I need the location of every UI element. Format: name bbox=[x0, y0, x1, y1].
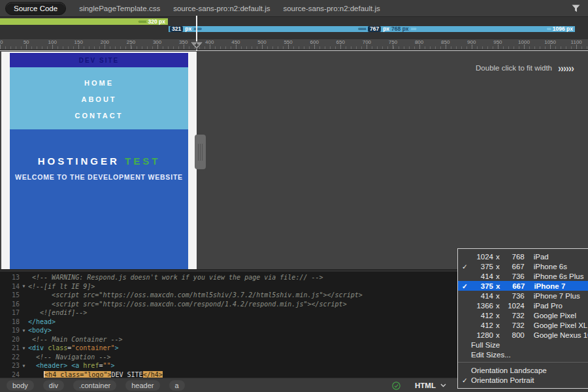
line-number: 19 bbox=[0, 327, 20, 334]
menu-item-iphone-6s-plus[interactable]: 414x736iPhone 6s Plus bbox=[458, 271, 588, 281]
menu-item-iphone-7-plus[interactable]: 414x736iPhone 7 Plus bbox=[458, 291, 588, 301]
menu-item-iphone-7[interactable]: ✓375x667iPhone 7 bbox=[458, 281, 588, 291]
device-size-menu: 1024x768iPad✓375x667iPhone 6s414x736iPho… bbox=[457, 248, 588, 389]
lint-ok-icon[interactable] bbox=[392, 382, 400, 390]
menu-item-x: x bbox=[496, 302, 500, 310]
ruler-tick-label: 400 bbox=[205, 40, 214, 45]
menu-item-x: x bbox=[496, 282, 500, 290]
menu-item-width: 1024 bbox=[471, 253, 493, 261]
menu-item-full-size[interactable]: Full Size bbox=[458, 340, 588, 350]
line-code: <!--[if lt IE 9]> bbox=[28, 283, 95, 290]
resize-handle[interactable] bbox=[195, 135, 206, 169]
line-number: 13 bbox=[0, 274, 20, 281]
site-nav: HOMEABOUTCONTACT bbox=[10, 67, 188, 129]
tab-file-source-sans-pro-n2-default-js[interactable]: source-sans-pro:n2:default.js bbox=[173, 5, 270, 12]
menu-item-width: 1280 bbox=[471, 331, 493, 339]
line-number: 20 bbox=[0, 336, 20, 343]
menu-item-orientation-landscape[interactable]: Orientation Landscape bbox=[458, 365, 588, 375]
ruler-tick-label: 700 bbox=[363, 40, 371, 45]
filter-icon[interactable] bbox=[570, 3, 581, 14]
menu-item-device-name: Google Pixel bbox=[534, 312, 576, 319]
breadcrumb-item-header[interactable]: header bbox=[125, 380, 159, 391]
menu-item-device-name: Google Pixel XL bbox=[534, 321, 587, 329]
menu-item-google-nexus-10[interactable]: 1280x800Google Nexus 10 bbox=[458, 330, 588, 340]
menu-item-height: 736 bbox=[502, 272, 525, 280]
menu-item-orientation-portrait[interactable]: ✓Orientation Portrait bbox=[458, 375, 588, 385]
line-code: <body> bbox=[28, 327, 52, 334]
menu-item-width: 414 bbox=[471, 272, 493, 280]
hero-title: HOSTINGER TEST bbox=[10, 155, 188, 167]
menu-item-device-name: iPhone 7 bbox=[534, 282, 565, 290]
menu-separator bbox=[458, 362, 588, 363]
menu-size-list: 1024x768iPad✓375x667iPhone 6s414x736iPho… bbox=[458, 252, 588, 359]
line-code: <script src="https://oss.maxcdn.com/html… bbox=[28, 291, 363, 299]
menu-item-ipad-pro[interactable]: 1366x1024iPad Pro bbox=[458, 301, 588, 310]
menu-orientation-list: Orientation Landscape✓Orientation Portra… bbox=[458, 365, 588, 385]
menu-item-ipad[interactable]: 1024x768iPad bbox=[458, 252, 588, 261]
ruler-tick-label: 850 bbox=[441, 40, 449, 45]
ruler-tick-label: 450 bbox=[231, 40, 240, 45]
breadcrumb-item-body[interactable]: body bbox=[7, 380, 34, 391]
statusbar-right: HTML bbox=[392, 378, 446, 392]
media-query-bar-blue[interactable]: 321 px ›››››› ‹‹‹‹‹‹ 767 px 768 px ›››› … bbox=[169, 26, 575, 32]
menu-item-width: 412 bbox=[471, 321, 493, 329]
line-code: <!-- WARNING: Respond.js doesn't work if… bbox=[28, 274, 323, 281]
blue-start-value: 321 bbox=[170, 26, 183, 32]
chevrons-left-icon: ‹‹‹ bbox=[547, 26, 551, 32]
ruler-tick-label: 0 bbox=[0, 40, 3, 45]
fold-arrow-icon[interactable]: ▼ bbox=[20, 346, 28, 351]
check-icon: ✓ bbox=[462, 282, 471, 290]
tab-source-code[interactable]: Source Code bbox=[5, 2, 66, 15]
site-nav-link-home[interactable]: HOME bbox=[84, 79, 114, 87]
menu-item-google-pixel[interactable]: 412x732Google Pixel bbox=[458, 310, 588, 320]
menu-item-x: x bbox=[496, 253, 500, 261]
size-bars: ‹‹‹‹‹‹ 320 px 321 px ›››››› ‹‹‹‹‹‹ 767 p… bbox=[0, 18, 588, 39]
fold-arrow-icon[interactable]: ▼ bbox=[20, 363, 28, 368]
line-number: 23 bbox=[0, 362, 20, 369]
breadcrumb-item-div[interactable]: div bbox=[43, 380, 64, 391]
line-number: 22 bbox=[0, 353, 20, 361]
ruler-tick-label: 900 bbox=[467, 40, 476, 45]
fit-width-hint: Double click to fit width ›››››› bbox=[476, 62, 574, 73]
menu-item-edit-sizes[interactable]: Edit Sizes... bbox=[458, 350, 588, 359]
blue-next-label: 768 px bbox=[391, 26, 408, 32]
chevrons-left-icon: ‹‹‹‹‹‹ bbox=[139, 19, 146, 25]
site-nav-link-about[interactable]: ABOUT bbox=[81, 95, 116, 103]
ruler-tick-label: 1000 bbox=[518, 40, 530, 45]
blue-mid-unit: px bbox=[383, 26, 389, 32]
line-code: </head> bbox=[28, 318, 56, 325]
line-number: 21 bbox=[0, 344, 20, 351]
menu-item-iphone-6s[interactable]: ✓375x667iPhone 6s bbox=[458, 261, 588, 271]
media-query-bar-green[interactable]: ‹‹‹‹‹‹ 320 px bbox=[0, 18, 168, 25]
hero-subtitle: WELCOME TO THE DEVELOPMENT WEBSITE bbox=[10, 173, 188, 181]
blue-bar-mid-labels: ‹‹‹‹‹‹ 767 px 768 px ›››› bbox=[358, 26, 416, 32]
breadcrumb-item-a[interactable]: a bbox=[169, 380, 185, 391]
ruler-tick-label: 950 bbox=[493, 40, 502, 45]
ruler-tick-label: 50 bbox=[24, 40, 29, 45]
ruler: 0501001502002503003504004505005506006507… bbox=[0, 39, 588, 50]
ruler-tick-label: 200 bbox=[101, 40, 109, 45]
tab-file-source-sans-pro-n2-default-js[interactable]: source-sans-pro:n2:default.js bbox=[283, 5, 380, 12]
menu-item-device-name: iPhone 7 Plus bbox=[534, 292, 580, 300]
ruler-pointer-handle[interactable] bbox=[189, 41, 204, 53]
fold-arrow-icon[interactable]: ▼ bbox=[20, 284, 28, 289]
menu-item-google-pixel-xl[interactable]: 412x732Google Pixel XL bbox=[458, 320, 588, 330]
menu-item-height: 800 bbox=[502, 331, 525, 339]
language-mode-label: HTML bbox=[415, 382, 436, 389]
menu-item-x: x bbox=[496, 321, 500, 329]
line-code: <!-- Navigation --> bbox=[28, 353, 110, 361]
tab-file-singlepagetemplate-css[interactable]: singlePageTemplate.css bbox=[79, 5, 160, 12]
menu-item-height: 768 bbox=[502, 253, 525, 261]
ruler-tick-label: 750 bbox=[389, 40, 397, 45]
preview-pane: Double click to fit width ›››››› DEV SIT… bbox=[0, 50, 588, 269]
chevron-down-icon bbox=[440, 384, 446, 387]
green-bar-label: 320 px bbox=[148, 19, 165, 25]
language-mode-dropdown[interactable]: HTML bbox=[415, 382, 446, 389]
line-code: <![endif]--> bbox=[28, 309, 87, 316]
site-frame: DEV SITE HOMEABOUTCONTACT HOSTINGER TEST… bbox=[1, 52, 197, 270]
fold-arrow-icon[interactable]: ▼ bbox=[20, 328, 28, 333]
breadcrumb-item-container[interactable]: .container bbox=[73, 380, 116, 391]
site-nav-link-contact[interactable]: CONTACT bbox=[75, 112, 123, 120]
dom-breadcrumb: bodydiv.containerheadera bbox=[0, 380, 185, 391]
ruler-tick-label: 550 bbox=[284, 40, 292, 45]
